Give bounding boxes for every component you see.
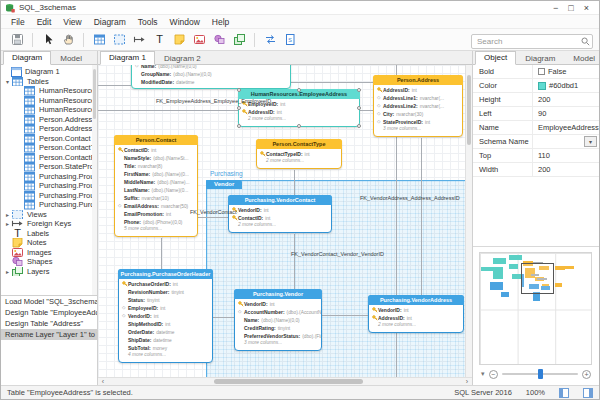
menu-edit[interactable]: Edit	[31, 16, 58, 28]
dropdown-button[interactable]: ▾	[584, 136, 597, 147]
tree-item-images[interactable]: Images	[1, 248, 97, 258]
search-input[interactable]	[471, 34, 593, 49]
menu-view[interactable]: View	[57, 16, 87, 28]
tree-item-humanresources-emplo[interactable]: HumanResources.Emplo...	[1, 105, 97, 115]
purchasing-vendor-contact-table[interactable]: Purchasing.VendorContactVendorID:intCont…	[228, 195, 332, 233]
selection-handle[interactable]	[237, 88, 241, 92]
tree-item-purchasing-proudctven[interactable]: Purchasing.ProudctVen...	[1, 191, 97, 201]
tab-diagram[interactable]: Diagram	[3, 51, 51, 65]
fk-button[interactable]	[129, 31, 149, 49]
menu-tools[interactable]: Tools	[132, 16, 164, 28]
fk-label-fk-vendorcontact[interactable]: FK_VendorContact	[190, 209, 236, 215]
toggle-left-panel-icon[interactable]	[559, 388, 569, 398]
chevron-down-icon[interactable]: ▾	[481, 370, 485, 378]
zoom-out-button[interactable]: −	[489, 370, 498, 379]
diagram-canvas[interactable]: PurchasingVendor◇Name:(dbo).(Name)(0,0)G…	[98, 65, 465, 377]
hscroll-thumb[interactable]	[214, 379, 363, 384]
property-value[interactable]: 200	[533, 93, 599, 106]
scroll-left-arrow[interactable]: ‹	[98, 378, 108, 385]
checkbox-icon[interactable]	[538, 68, 545, 75]
property-value[interactable]: 200	[533, 163, 599, 176]
table-header[interactable]: Person.ContactType	[256, 139, 342, 149]
tree-item-person-addresstype[interactable]: Person.AddressType	[1, 124, 97, 134]
history-item[interactable]: Design Table "Address"	[1, 318, 97, 329]
property-value[interactable]: 110	[533, 149, 599, 162]
chevron-right-icon[interactable]: ▸	[4, 211, 11, 218]
canvas-vscroll-thumb[interactable]	[467, 75, 471, 145]
menu-window[interactable]: Window	[164, 16, 206, 28]
table-header[interactable]: Purchasing.PurchaseOrderHeader	[118, 269, 213, 279]
label-button[interactable]: T	[149, 31, 169, 49]
property-value[interactable]: 90	[533, 107, 599, 120]
purchasing-vendor-address-table[interactable]: Purchasing.VendorAddressVendorID:intAddr…	[368, 295, 464, 333]
selection-handle[interactable]	[357, 106, 361, 110]
tree-item-person-stateprovince[interactable]: Person.StateProvince	[1, 162, 97, 172]
tree-item-diagram-1[interactable]: Diagram 1	[1, 67, 97, 77]
hscroll-track[interactable]	[108, 378, 462, 385]
tree-item-foreign-keys[interactable]: ▸Foreign Keys	[1, 219, 97, 229]
tree-item-purchasing-proudctven[interactable]: Purchasing.ProudctVen...	[1, 181, 97, 191]
close-button[interactable]: ×	[584, 2, 589, 14]
fk-label-fk-vendoraddress-address-addressid[interactable]: FK_VendorAddress_Address_AddressID	[360, 195, 460, 201]
minimap[interactable]	[479, 252, 592, 365]
zoom-in-button[interactable]: +	[582, 370, 591, 379]
selection-handle[interactable]	[237, 106, 241, 110]
chevron-right-icon[interactable]: ▸	[4, 268, 11, 275]
chevron-right-icon[interactable]: ▸	[4, 220, 11, 227]
tree-scrollbar[interactable]	[92, 65, 97, 295]
tree-item-person-contacttype[interactable]: Person.ContactType	[1, 143, 97, 153]
tree-item-views[interactable]: ▸Views	[1, 210, 97, 220]
selection-handle[interactable]	[237, 124, 241, 128]
color-swatch[interactable]	[538, 82, 546, 90]
export-button[interactable]: S	[280, 31, 300, 49]
fk-label-fk-vendorcontact-vendor-vendorid[interactable]: FK_VendorContact_Vendor_VendorID	[291, 251, 384, 257]
tab-model[interactable]: Model	[564, 52, 600, 65]
tree-item-person-contactregion[interactable]: Person.ContactRegion	[1, 153, 97, 163]
menu-help[interactable]: Help	[206, 16, 235, 28]
hand-button[interactable]	[58, 31, 78, 49]
canvas-horizontal-scrollbar[interactable]: ‹ ›	[98, 377, 472, 385]
table-header[interactable]: Purchasing.VendorAddress	[368, 295, 464, 305]
history-item[interactable]: Load Model "SQL_3schemas"	[1, 296, 97, 307]
selection-handle[interactable]	[357, 124, 361, 128]
scroll-right-arrow[interactable]: ›	[462, 378, 472, 385]
view-button[interactable]	[109, 31, 129, 49]
image-button[interactable]	[189, 31, 209, 49]
save-button[interactable]	[7, 31, 27, 49]
chevron-down-icon[interactable]: ▾	[4, 78, 11, 85]
canvas-vertical-scrollbar[interactable]	[465, 65, 472, 377]
tree-item-purchasing-proudctven[interactable]: Purchasing.ProudctVen...	[1, 172, 97, 182]
zoom-slider-thumb[interactable]	[538, 369, 543, 379]
tab-model[interactable]: Model	[51, 52, 91, 65]
tab-diagram-2[interactable]: Diagram 2	[155, 52, 210, 65]
table-header[interactable]: Person.Contact	[114, 135, 198, 145]
tab-diagram[interactable]: Diagram	[516, 52, 564, 65]
table-header[interactable]: Purchasing.VendorContact	[228, 195, 332, 205]
maximize-button[interactable]: □	[568, 2, 573, 14]
property-value[interactable]: ▾	[533, 135, 599, 148]
property-value[interactable]: False	[533, 65, 599, 78]
layer-tag[interactable]: Vendor	[206, 180, 242, 189]
pointer-button[interactable]	[38, 31, 58, 49]
person-contact-table[interactable]: Person.ContactContactID:intNameStyle:(db…	[114, 135, 198, 237]
menu-diagram[interactable]: Diagram	[88, 16, 132, 28]
shape-button[interactable]	[209, 31, 229, 49]
minimize-button[interactable]: −	[553, 2, 558, 14]
tree-item-person-contact[interactable]: Person.Contact	[1, 134, 97, 144]
fk-label-fk-employeeaddress-employee-employeeid[interactable]: FK_EmployeeAddress_Employee_EmployeeID	[156, 98, 271, 104]
history-item[interactable]: Design Table "EmployeeAddress"	[1, 307, 97, 318]
note-button[interactable]	[169, 31, 189, 49]
tree-item-notes[interactable]: Notes	[1, 238, 97, 248]
tree-item-humanresources-emplo[interactable]: HumanResources.Emplo...	[1, 96, 97, 106]
property-value[interactable]: #60dbd1	[533, 79, 599, 92]
table-header[interactable]: Purchasing.Vendor	[234, 289, 322, 299]
tab-object[interactable]: Object	[475, 51, 516, 65]
minimap-viewport[interactable]	[521, 263, 554, 294]
table-header[interactable]: Person.Address	[373, 75, 463, 85]
tree-item-purchasing-purchasing[interactable]: Purchasing.Purchasing...	[1, 200, 97, 210]
tree-item-shapes[interactable]: Shapes	[1, 257, 97, 267]
person-contact-type-table[interactable]: Person.ContactTypeContactTypeID:int2 mor…	[256, 139, 342, 169]
zoom-slider-track[interactable]	[502, 373, 578, 375]
table-button[interactable]	[89, 31, 109, 49]
tree-item-person-address[interactable]: Person.Address	[1, 115, 97, 125]
